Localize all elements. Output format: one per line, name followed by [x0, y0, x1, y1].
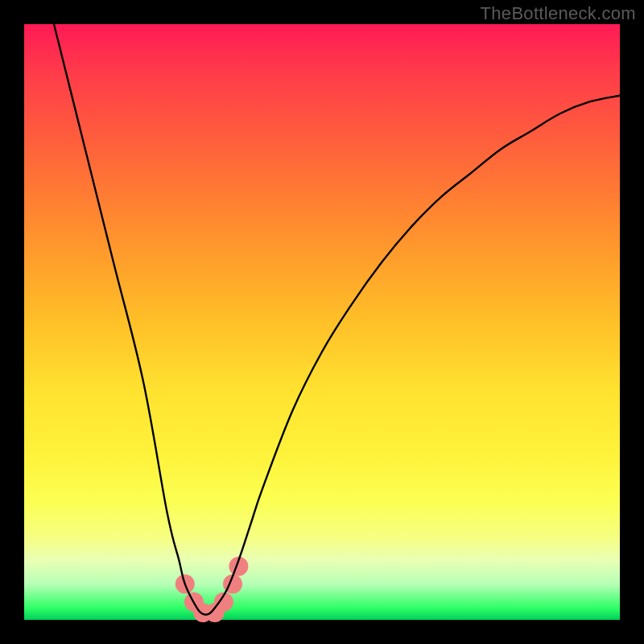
chart-svg: [24, 24, 620, 620]
watermark-text: TheBottleneck.com: [481, 3, 636, 24]
chart-frame: TheBottleneck.com: [0, 0, 644, 644]
bottleneck-curve: [54, 24, 620, 615]
chart-plot-area: [24, 24, 620, 620]
